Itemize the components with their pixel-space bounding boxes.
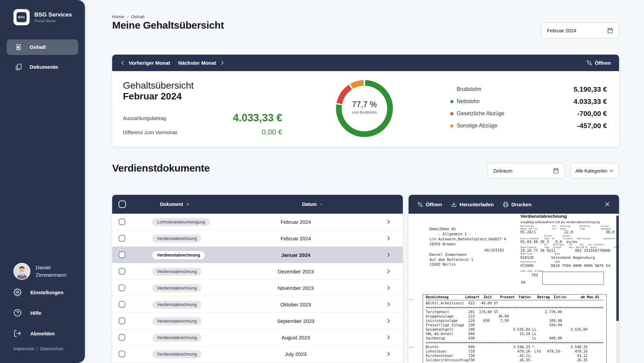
expand-icon [586, 60, 592, 66]
payslip-document: Demo/Demo AG - Allgemein 1 - c/o Autower… [409, 214, 616, 363]
legend-value: -700,00 € [577, 110, 607, 118]
sort-chevron-down-icon [319, 202, 323, 206]
table-row[interactable]: Lohnsteuerbescheinigung Februar 2024 [112, 214, 403, 230]
employer-address: Demo/Demo AG - Allgemein 1 - c/o Autower… [429, 226, 506, 247]
chevron-right-icon[interactable] [386, 219, 391, 224]
document-type-badge: Verdienstabrechnung [152, 251, 205, 259]
chart-legend: Bruttolohn 5.190,33 € Nettolohn 4.033,33… [450, 83, 607, 132]
table-row[interactable]: Verdienstabrechnung September 2023 [112, 313, 403, 329]
chevron-right-icon[interactable] [386, 335, 391, 340]
document-type-badge: Verdienstabrechnung [152, 268, 201, 276]
open-document-button[interactable]: Öffnen [417, 202, 442, 207]
salary-card-header: Vorheriger Monat Nächster Monat Öffnen [112, 55, 619, 71]
payslip-table-header: Bezeichnung Lohnart Zeit Prozent Faktor … [426, 295, 604, 300]
legend-row: Nettolohn 4.033,33 € [450, 95, 607, 108]
chevron-right-icon[interactable] [386, 236, 391, 241]
table-row[interactable]: Verdienstabrechnung Januar 2024 [112, 247, 403, 263]
table-row[interactable]: Verdienstabrechnung Februar 2024 [112, 230, 403, 247]
period-filter-placeholder: Zeitraum [493, 168, 512, 174]
sidebar-item-gehalt[interactable]: Gehalt [7, 39, 78, 55]
download-button[interactable]: Herunterladen [451, 202, 494, 207]
row-checkbox[interactable] [119, 301, 125, 308]
payslip-field-labels: Steuer Kinder- Freibetrag Eintrittsdatum… [520, 235, 619, 240]
column-header-datum[interactable]: Datum [302, 195, 323, 214]
chevron-right-icon[interactable] [386, 285, 391, 291]
payslip-empty-box [542, 272, 604, 285]
preview-scrollbar[interactable] [616, 216, 619, 321]
select-all-checkbox[interactable] [119, 201, 126, 208]
privacy-link[interactable]: Datenschutz [40, 346, 63, 351]
legend-row: Sonstige Abzüge -457,00 € [450, 120, 607, 132]
gear-icon [13, 288, 22, 296]
row-checkbox[interactable] [119, 351, 125, 357]
chevron-right-icon[interactable] [386, 252, 391, 258]
print-button[interactable]: Drucken [503, 202, 532, 207]
document-preview-panel: Öffnen Herunterladen Drucken [409, 195, 619, 363]
breadcrumb-current[interactable]: Gehalt [131, 14, 144, 19]
document-type-badge: Verdienstabrechnung [152, 334, 201, 342]
expand-icon [417, 202, 423, 207]
chevron-down-icon [609, 168, 614, 173]
row-checkbox[interactable] [119, 334, 125, 341]
salary-overview-card: Vorheriger Monat Nächster Monat Öffnen G… [112, 55, 619, 147]
row-checkbox[interactable] [119, 284, 125, 291]
category-filter-select[interactable]: Alle Kategorien [570, 163, 619, 179]
logout-icon [13, 329, 22, 337]
close-preview-button[interactable] [604, 201, 610, 207]
donut-chart: 77,7 % vom Bruttolohn [336, 80, 393, 137]
sidebar-item-label: Einstellungen [30, 290, 63, 295]
previous-month-button[interactable]: Vorheriger Monat [120, 60, 170, 66]
fold-mark [409, 299, 414, 300]
next-month-button[interactable]: Nächster Monat [178, 60, 225, 66]
document-type-badge: Lohnsteuerbescheinigung [152, 218, 210, 226]
breadcrumb: Home › Gehalt [112, 14, 144, 19]
breadcrumb-home[interactable]: Home [112, 14, 124, 19]
payslip-field-value: 010120 Volksbank Regensburg [520, 255, 595, 260]
chevron-right-icon[interactable] [386, 351, 391, 357]
recipient-address: Daniel Zimmermann Auf dem Butterbrot 1 1… [429, 252, 473, 267]
chevron-right-icon[interactable] [386, 318, 391, 324]
table-row[interactable]: Verdienstabrechnung July 2023 [112, 346, 403, 362]
sidebar-item-abmelden[interactable]: Abmelden [13, 329, 55, 337]
payslip-table: Bezeichnung Lohnart Zeit Prozent Faktor … [423, 294, 607, 363]
column-header-dokument[interactable]: Dokument [160, 195, 190, 214]
document-date: Februar 2024 [254, 230, 338, 247]
document-date: November 2023 [254, 280, 338, 296]
table-row[interactable]: Verdienstabrechnung November 2023 [112, 280, 403, 296]
document-date: August 2023 [254, 329, 338, 346]
sidebar-item-label: Gehalt [30, 44, 46, 50]
chevron-right-icon [220, 60, 225, 65]
document-type-badge: Verdienstabrechnung [152, 284, 201, 292]
legend-label: Bruttolohn [457, 86, 481, 92]
bsg-logo: BSG [13, 9, 30, 25]
receipt-euro-icon [15, 43, 22, 51]
chevron-right-icon[interactable] [386, 269, 391, 274]
sort-chevron-right-icon [186, 202, 190, 206]
open-salary-button[interactable]: Öffnen [586, 60, 611, 66]
row-checkbox[interactable] [119, 235, 125, 242]
sidebar-item-einstellungen[interactable]: Einstellungen [13, 288, 63, 296]
month-picker[interactable]: Februar 2024 [541, 23, 619, 38]
row-checkbox[interactable] [119, 317, 125, 324]
table-row[interactable]: Verdienstabrechnung Oktober 2023 [112, 296, 403, 313]
row-checkbox[interactable] [119, 251, 125, 258]
chevron-right-icon[interactable] [386, 302, 391, 307]
period-filter-input[interactable]: Zeitraum [487, 163, 565, 179]
table-row[interactable]: Verdienstabrechnung Dezember 2023 [112, 263, 403, 280]
document-date: Januar 2024 [254, 247, 338, 263]
sidebar-item-dokumente[interactable]: Dokumente [7, 59, 78, 75]
download-icon [451, 202, 457, 207]
document-reference: X0/101101 [484, 248, 504, 252]
legend-row: Gesetzliche Abzüge -700,00 € [450, 108, 607, 120]
table-row[interactable]: Verdienstabrechnung August 2023 [112, 329, 403, 346]
row-checkbox[interactable] [119, 218, 125, 225]
row-checkbox[interactable] [119, 268, 125, 275]
user-profile[interactable]: Daniel Zimmermann [13, 263, 66, 280]
payslip-field-value: 072000 DE26 7509 0000 0000 9876 54 [520, 264, 610, 268]
sidebar-item-label: Dokumente [30, 64, 58, 70]
payslip-field-labels: Abrechnung Tar- Zahlungs- Bezahlte Urlau… [520, 225, 619, 230]
sidebar-item-hilfe[interactable]: Hilfe [13, 309, 41, 317]
month-picker-value: Februar 2024 [547, 28, 576, 33]
help-circle-icon [13, 309, 22, 317]
imprint-link[interactable]: Impressum [13, 346, 34, 351]
